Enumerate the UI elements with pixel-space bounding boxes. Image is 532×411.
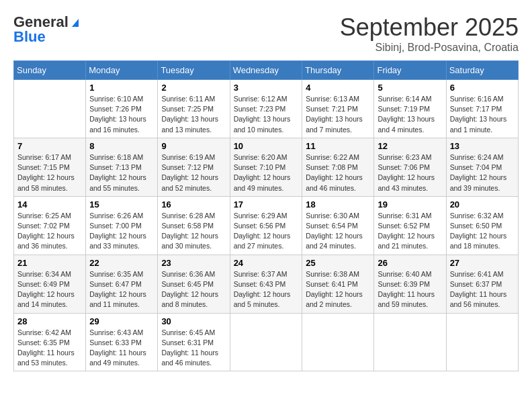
day-info: Sunrise: 6:20 AMSunset: 7:10 PMDaylight:… (234, 152, 299, 193)
calendar-cell: 11Sunrise: 6:22 AMSunset: 7:08 PMDayligh… (302, 138, 374, 196)
calendar-cell: 25Sunrise: 6:38 AMSunset: 6:41 PMDayligh… (302, 255, 374, 313)
day-number: 1 (89, 83, 154, 93)
day-number: 22 (89, 258, 154, 268)
day-number: 14 (17, 199, 82, 210)
day-number: 28 (17, 316, 82, 326)
day-info: Sunrise: 6:10 AMSunset: 7:26 PMDaylight:… (89, 94, 154, 135)
day-info: Sunrise: 6:11 AMSunset: 7:25 PMDaylight:… (161, 94, 226, 135)
header-monday: Monday (86, 61, 158, 80)
day-number: 11 (306, 141, 370, 151)
day-info: Sunrise: 6:40 AMSunset: 6:39 PMDaylight:… (378, 269, 442, 310)
day-info: Sunrise: 6:12 AMSunset: 7:23 PMDaylight:… (234, 94, 299, 135)
calendar-cell: 16Sunrise: 6:28 AMSunset: 6:58 PMDayligh… (158, 196, 230, 255)
day-number: 30 (161, 316, 226, 326)
calendar-cell: 10Sunrise: 6:20 AMSunset: 7:10 PMDayligh… (230, 138, 302, 196)
weekday-header-row: Sunday Monday Tuesday Wednesday Thursday… (14, 61, 519, 80)
calendar-cell: 29Sunrise: 6:43 AMSunset: 6:33 PMDayligh… (86, 313, 158, 371)
day-number: 25 (306, 258, 370, 268)
calendar-cell (230, 313, 302, 371)
header-thursday: Thursday (302, 61, 374, 80)
calendar-cell: 24Sunrise: 6:37 AMSunset: 6:43 PMDayligh… (230, 255, 302, 313)
calendar-cell: 6Sunrise: 6:16 AMSunset: 7:17 PMDaylight… (446, 80, 518, 138)
calendar-cell: 5Sunrise: 6:14 AMSunset: 7:19 PMDaylight… (374, 80, 446, 138)
day-number: 27 (450, 258, 515, 268)
day-number: 18 (306, 199, 370, 210)
day-number: 13 (450, 141, 515, 151)
day-info: Sunrise: 6:32 AMSunset: 6:50 PMDaylight:… (450, 211, 515, 252)
day-info: Sunrise: 6:45 AMSunset: 6:31 PMDaylight:… (161, 328, 226, 369)
day-info: Sunrise: 6:13 AMSunset: 7:21 PMDaylight:… (306, 94, 370, 135)
calendar-cell: 21Sunrise: 6:34 AMSunset: 6:49 PMDayligh… (14, 255, 86, 313)
calendar-cell: 1Sunrise: 6:10 AMSunset: 7:26 PMDaylight… (86, 80, 158, 138)
location-subtitle: Sibinj, Brod-Posavina, Croatia (340, 42, 519, 54)
calendar-cell: 30Sunrise: 6:45 AMSunset: 6:31 PMDayligh… (158, 313, 230, 371)
title-area: September 2025 Sibinj, Brod-Posavina, Cr… (340, 13, 519, 54)
day-info: Sunrise: 6:38 AMSunset: 6:41 PMDaylight:… (306, 269, 370, 310)
calendar-cell: 28Sunrise: 6:42 AMSunset: 6:35 PMDayligh… (14, 313, 86, 371)
day-number: 17 (234, 199, 299, 210)
month-title: September 2025 (340, 13, 519, 42)
calendar-cell: 15Sunrise: 6:26 AMSunset: 7:00 PMDayligh… (86, 196, 158, 255)
day-number: 3 (234, 83, 299, 93)
day-info: Sunrise: 6:26 AMSunset: 7:00 PMDaylight:… (89, 211, 154, 252)
day-number: 4 (306, 83, 370, 93)
day-info: Sunrise: 6:22 AMSunset: 7:08 PMDaylight:… (306, 152, 370, 193)
calendar-cell: 19Sunrise: 6:31 AMSunset: 6:52 PMDayligh… (374, 196, 446, 255)
logo: General Blue (13, 13, 82, 46)
day-info: Sunrise: 6:16 AMSunset: 7:17 PMDaylight:… (450, 94, 515, 135)
day-number: 7 (17, 141, 82, 151)
calendar-cell (446, 313, 518, 371)
day-number: 24 (234, 258, 299, 268)
day-info: Sunrise: 6:42 AMSunset: 6:35 PMDaylight:… (17, 328, 82, 369)
day-info: Sunrise: 6:25 AMSunset: 7:02 PMDaylight:… (17, 211, 82, 252)
day-info: Sunrise: 6:41 AMSunset: 6:37 PMDaylight:… (450, 269, 515, 310)
day-info: Sunrise: 6:35 AMSunset: 6:47 PMDaylight:… (89, 269, 154, 310)
calendar-table: Sunday Monday Tuesday Wednesday Thursday… (13, 60, 519, 371)
header-saturday: Saturday (446, 61, 518, 80)
calendar-cell: 20Sunrise: 6:32 AMSunset: 6:50 PMDayligh… (446, 196, 518, 255)
day-info: Sunrise: 6:23 AMSunset: 7:06 PMDaylight:… (378, 152, 442, 193)
day-number: 26 (378, 258, 442, 268)
calendar-cell: 18Sunrise: 6:30 AMSunset: 6:54 PMDayligh… (302, 196, 374, 255)
day-number: 16 (161, 199, 226, 210)
day-number: 23 (161, 258, 226, 268)
day-number: 15 (89, 199, 154, 210)
day-number: 29 (89, 316, 154, 326)
calendar-week-1: 7Sunrise: 6:17 AMSunset: 7:15 PMDaylight… (14, 138, 519, 196)
day-info: Sunrise: 6:43 AMSunset: 6:33 PMDaylight:… (89, 328, 154, 369)
calendar-cell: 7Sunrise: 6:17 AMSunset: 7:15 PMDaylight… (14, 138, 86, 196)
header-tuesday: Tuesday (158, 61, 230, 80)
day-info: Sunrise: 6:31 AMSunset: 6:52 PMDaylight:… (378, 211, 442, 252)
calendar-cell: 3Sunrise: 6:12 AMSunset: 7:23 PMDaylight… (230, 80, 302, 138)
calendar-cell: 14Sunrise: 6:25 AMSunset: 7:02 PMDayligh… (14, 196, 86, 255)
calendar-week-2: 14Sunrise: 6:25 AMSunset: 7:02 PMDayligh… (14, 196, 519, 255)
calendar-week-3: 21Sunrise: 6:34 AMSunset: 6:49 PMDayligh… (14, 255, 519, 313)
day-number: 2 (161, 83, 226, 93)
day-info: Sunrise: 6:14 AMSunset: 7:19 PMDaylight:… (378, 94, 442, 135)
day-number: 19 (378, 199, 442, 210)
day-info: Sunrise: 6:30 AMSunset: 6:54 PMDaylight:… (306, 211, 370, 252)
day-number: 9 (161, 141, 226, 151)
header-wednesday: Wednesday (230, 61, 302, 80)
day-info: Sunrise: 6:17 AMSunset: 7:15 PMDaylight:… (17, 152, 82, 193)
day-info: Sunrise: 6:36 AMSunset: 6:45 PMDaylight:… (161, 269, 226, 310)
day-number: 8 (89, 141, 154, 151)
calendar-cell: 9Sunrise: 6:19 AMSunset: 7:12 PMDaylight… (158, 138, 230, 196)
calendar-cell: 26Sunrise: 6:40 AMSunset: 6:39 PMDayligh… (374, 255, 446, 313)
day-number: 10 (234, 141, 299, 151)
header: General Blue September 2025 Sibinj, Brod… (13, 13, 519, 54)
header-sunday: Sunday (14, 61, 86, 80)
day-info: Sunrise: 6:19 AMSunset: 7:12 PMDaylight:… (161, 152, 226, 193)
day-info: Sunrise: 6:34 AMSunset: 6:49 PMDaylight:… (17, 269, 82, 310)
svg-marker-0 (72, 19, 79, 27)
day-number: 6 (450, 83, 515, 93)
header-friday: Friday (374, 61, 446, 80)
calendar-cell: 17Sunrise: 6:29 AMSunset: 6:56 PMDayligh… (230, 196, 302, 255)
calendar-cell: 4Sunrise: 6:13 AMSunset: 7:21 PMDaylight… (302, 80, 374, 138)
day-info: Sunrise: 6:29 AMSunset: 6:56 PMDaylight:… (234, 211, 299, 252)
day-number: 12 (378, 141, 442, 151)
calendar-week-0: 1Sunrise: 6:10 AMSunset: 7:26 PMDaylight… (14, 80, 519, 138)
calendar-cell (14, 80, 86, 138)
calendar-cell: 8Sunrise: 6:18 AMSunset: 7:13 PMDaylight… (86, 138, 158, 196)
calendar-cell: 13Sunrise: 6:24 AMSunset: 7:04 PMDayligh… (446, 138, 518, 196)
